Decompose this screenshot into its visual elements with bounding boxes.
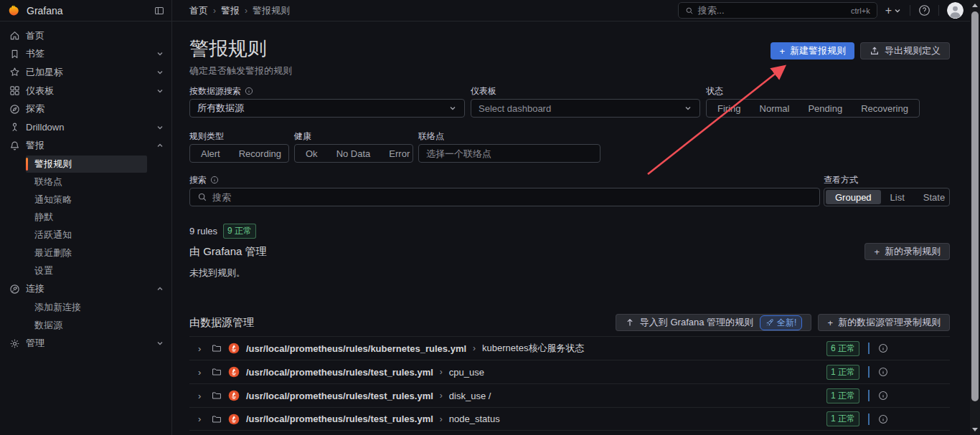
contact-point-input-field[interactable] bbox=[426, 148, 593, 159]
option-grouped[interactable]: Grouped bbox=[826, 190, 881, 204]
info-icon[interactable] bbox=[210, 176, 219, 184]
info-icon[interactable] bbox=[245, 87, 253, 95]
option-pending[interactable]: Pending bbox=[798, 101, 852, 115]
sidebar-item-dashboards[interactable]: 仪表板 bbox=[0, 82, 171, 100]
rule-group-row[interactable]: › /usr/local/prometheus/rules/test_rules… bbox=[189, 407, 950, 431]
divider bbox=[868, 414, 870, 425]
ok-status-badge: 6 正常 bbox=[826, 341, 859, 356]
no-rules-found-text: 未找到规则。 bbox=[189, 267, 950, 279]
sidebar-item-drilldown[interactable]: Drilldown bbox=[0, 118, 171, 137]
rule-group-name[interactable]: node_status bbox=[449, 414, 500, 424]
chevron-down-icon[interactable] bbox=[156, 123, 164, 132]
option-normal[interactable]: Normal bbox=[750, 101, 799, 115]
sidebar-toggle-icon[interactable] bbox=[154, 6, 164, 16]
search-icon bbox=[685, 6, 694, 15]
expand-chevron-icon[interactable]: › bbox=[198, 391, 205, 401]
new-alert-rule-button[interactable]: + 新建警报规则 bbox=[771, 42, 854, 59]
option-no-data[interactable]: No Data bbox=[327, 146, 380, 161]
option-firing[interactable]: Firing bbox=[708, 101, 750, 115]
sidebar-item-add-new-connection[interactable]: 添加新连接 bbox=[26, 299, 147, 316]
rule-file-path[interactable]: /usr/local/prometheus/rules/test_rules.y… bbox=[246, 391, 433, 401]
sidebar-item-alerting[interactable]: 警报 bbox=[0, 137, 171, 156]
breadcrumb-home[interactable]: 首页 bbox=[189, 4, 208, 17]
rule-file-path[interactable]: /usr/local/prometheus/rules/test_rules.y… bbox=[246, 367, 433, 378]
info-icon[interactable] bbox=[878, 391, 888, 401]
scroll-up-icon[interactable] bbox=[972, 4, 978, 7]
datasource-filter-label: 按数据源搜索 bbox=[189, 86, 465, 96]
chevron-down-icon bbox=[684, 104, 692, 113]
sidebar-item-administration[interactable]: 管理 bbox=[0, 335, 171, 353]
datasource-managed-section-header: 由数据源管理 导入到 Grafana 管理的规则 全新! bbox=[189, 314, 950, 331]
option-list[interactable]: List bbox=[881, 190, 914, 204]
scroll-down-icon[interactable] bbox=[972, 428, 978, 431]
rule-group-row[interactable]: › /usr/local/prometheus/rules/test_rules… bbox=[189, 383, 950, 407]
info-icon[interactable] bbox=[878, 414, 888, 424]
sidebar-item-connections[interactable]: 连接 bbox=[0, 280, 171, 299]
sidebar-item-bookmarks[interactable]: 书签 bbox=[0, 45, 171, 64]
new-recording-rule-button[interactable]: + 新的录制规则 bbox=[864, 243, 950, 260]
chevron-right-icon: › bbox=[473, 343, 476, 353]
info-icon[interactable] bbox=[878, 343, 888, 353]
topnav-actions: 搜索... ctrl+k + bbox=[678, 2, 970, 19]
rule-file-path[interactable]: /usr/local/prometheus/rules/test_rules.y… bbox=[246, 414, 433, 424]
new-datasource-recording-rule-button[interactable]: + 新的数据源管理录制规则 bbox=[818, 314, 950, 331]
sidebar-item-data-sources[interactable]: 数据源 bbox=[26, 317, 147, 334]
expand-chevron-icon[interactable]: › bbox=[198, 343, 205, 354]
plug-icon bbox=[9, 284, 20, 295]
rule-group-name[interactable]: disk_use / bbox=[449, 391, 491, 401]
chevron-down-icon[interactable] bbox=[156, 87, 164, 95]
chevron-down-icon[interactable] bbox=[156, 339, 164, 348]
datasource-select[interactable]: 所有数据源 bbox=[189, 99, 465, 118]
user-avatar[interactable] bbox=[947, 2, 963, 19]
rule-group-row[interactable]: › /usr/local/prometheus/rules/test_rules… bbox=[189, 360, 950, 383]
dashboard-select[interactable]: Select dashboard bbox=[471, 99, 700, 118]
global-search-input[interactable]: 搜索... ctrl+k bbox=[678, 2, 877, 19]
sidebar-item-silences[interactable]: 静默 bbox=[26, 209, 147, 226]
rule-group-name[interactable]: kubernetes核心服务状态 bbox=[482, 342, 584, 355]
expand-chevron-icon[interactable]: › bbox=[198, 367, 205, 378]
help-button[interactable] bbox=[918, 4, 930, 16]
sidebar-item-explore[interactable]: 探索 bbox=[0, 100, 171, 118]
breadcrumb-alerting[interactable]: 警报 bbox=[221, 4, 240, 17]
grafana-managed-title: 由 Grafana 管理 bbox=[189, 245, 267, 259]
drilldown-icon bbox=[9, 122, 20, 133]
option-recovering[interactable]: Recovering bbox=[852, 101, 918, 115]
ok-status-badge: 1 正常 bbox=[826, 411, 859, 426]
sidebar-item-settings[interactable]: 设置 bbox=[26, 262, 147, 279]
sidebar-item-recently-deleted[interactable]: 最近删除 bbox=[26, 244, 147, 262]
grafana-logo-icon[interactable] bbox=[8, 4, 21, 17]
rule-group-row[interactable]: › /usr/local/prometheus/rules/kubernetes… bbox=[189, 336, 950, 360]
sidebar-item-alert-rules[interactable]: 警报规则 bbox=[26, 156, 147, 173]
view-mode-label: 查看方式 bbox=[824, 175, 950, 185]
info-icon[interactable] bbox=[878, 367, 888, 377]
breadcrumb: 首页 › 警报 › 警报规则 bbox=[172, 4, 290, 17]
scrollbar-thumb[interactable] bbox=[971, 11, 979, 401]
chevron-down-icon[interactable] bbox=[156, 68, 164, 77]
option-recording[interactable]: Recording bbox=[230, 146, 291, 161]
expand-chevron-icon[interactable]: › bbox=[198, 414, 205, 424]
vertical-scrollbar[interactable] bbox=[970, 0, 980, 435]
rule-group-name[interactable]: cpu_use bbox=[449, 367, 484, 378]
chevron-up-icon[interactable] bbox=[156, 285, 164, 293]
sidebar-item-notification-policies[interactable]: 通知策略 bbox=[26, 191, 147, 209]
dashboards-icon bbox=[9, 85, 20, 96]
rule-type-filter-group: AlertRecording bbox=[189, 144, 289, 163]
option-error[interactable]: Error bbox=[380, 146, 419, 161]
sidebar-item-starred[interactable]: 已加星标 bbox=[0, 63, 171, 82]
option-alert[interactable]: Alert bbox=[192, 146, 230, 161]
sidebar-item-active-notifications[interactable]: 活跃通知 bbox=[26, 226, 147, 244]
sidebar-item-home[interactable]: 首页 bbox=[0, 27, 171, 45]
export-rule-definitions-button[interactable]: 导出规则定义 bbox=[860, 42, 950, 59]
import-to-grafana-button[interactable]: 导入到 Grafana 管理的规则 全新! bbox=[616, 314, 812, 331]
rules-search-input-field[interactable] bbox=[212, 192, 812, 203]
chevron-up-icon[interactable] bbox=[156, 141, 164, 150]
chevron-down-icon[interactable] bbox=[156, 49, 164, 58]
sidebar-item-contact-points[interactable]: 联络点 bbox=[26, 173, 147, 191]
page-title: 警报规则 bbox=[189, 37, 292, 60]
option-ok[interactable]: Ok bbox=[296, 146, 327, 161]
option-state[interactable]: State bbox=[914, 190, 954, 204]
rules-search-input[interactable] bbox=[189, 188, 820, 206]
contact-point-input[interactable] bbox=[418, 144, 600, 163]
new-menu-button[interactable]: + bbox=[885, 5, 902, 16]
rule-file-path[interactable]: /usr/local/prometheus/rules/kubernetes_r… bbox=[246, 343, 466, 354]
